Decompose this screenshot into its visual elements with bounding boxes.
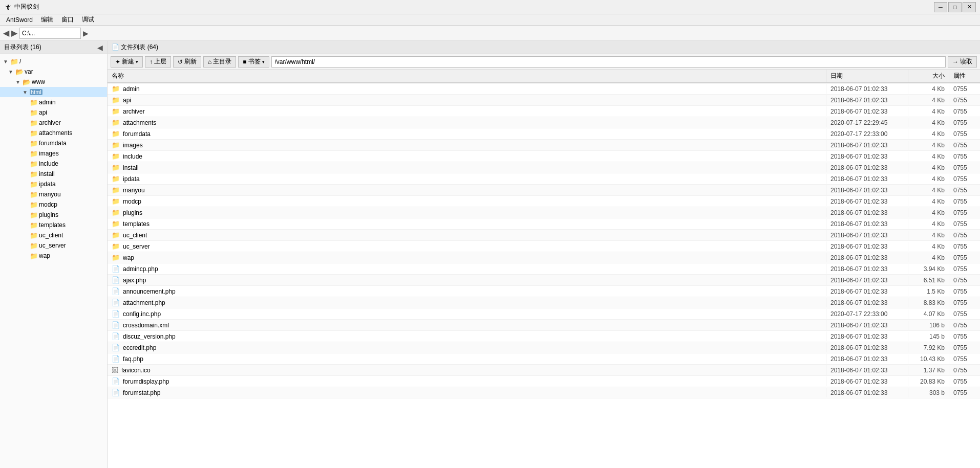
table-row[interactable]: 📁 uc_client 2018-06-07 01:02:33 4 Kb 075… [108, 230, 980, 241]
tree-item-forumdata[interactable]: 📁 forumdata [0, 138, 107, 148]
file-name-text: config.inc.php [123, 310, 161, 318]
html-folder-icon: html [30, 89, 42, 95]
menu-debug[interactable]: 调试 [78, 14, 98, 25]
tree-item-include[interactable]: 📁 include [0, 159, 107, 169]
table-row[interactable]: 📁 modcp 2018-06-07 01:02:33 4 Kb 0755 [108, 196, 980, 207]
tree-item-install[interactable]: 📁 install [0, 169, 107, 179]
tree-item-root[interactable]: ▼ 📁 / [0, 56, 107, 66]
table-row[interactable]: 📁 templates 2018-06-07 01:02:33 4 Kb 075… [108, 218, 980, 230]
tree-label-wap: wap [39, 252, 50, 259]
root-icon: 📁 [10, 58, 18, 65]
main-path-input[interactable] [19, 28, 81, 39]
table-row[interactable]: 📁 ipdata 2018-06-07 01:02:33 4 Kb 0755 [108, 173, 980, 185]
refresh-button[interactable]: ↺ 刷新 [173, 56, 201, 68]
dir-icon: 📁 [112, 107, 120, 115]
file-date-cell: 2018-06-07 01:02:33 [826, 96, 908, 105]
file-date-cell: 2018-06-07 01:02:33 [826, 152, 908, 161]
table-row[interactable]: 📄 forumstat.php 2018-06-07 01:02:33 303 … [108, 387, 980, 398]
tree-item-archiver[interactable]: 📁 archiver [0, 118, 107, 128]
app-title: 中国蚁剑 [14, 3, 39, 11]
col-header-date[interactable]: 日期 [826, 70, 908, 82]
path-input[interactable] [271, 56, 946, 68]
tree-label-api: api [39, 109, 47, 116]
file-perm-cell: 0755 [949, 141, 980, 150]
tree-toggle-var[interactable]: ▼ [7, 68, 14, 75]
table-row[interactable]: 📁 images 2018-06-07 01:02:33 4 Kb 0755 [108, 140, 980, 151]
tree-item-ipdata[interactable]: 📁 ipdata [0, 179, 107, 189]
table-row[interactable]: 📄 config.inc.php 2020-07-17 22:33:00 4.0… [108, 308, 980, 320]
table-row[interactable]: 📁 manyou 2018-06-07 01:02:33 4 Kb 0755 [108, 185, 980, 196]
table-row[interactable]: 📄 discuz_version.php 2018-06-07 01:02:33… [108, 331, 980, 342]
table-row[interactable]: 📄 announcement.php 2018-06-07 01:02:33 1… [108, 286, 980, 297]
templates-folder-icon: 📁 [30, 221, 38, 229]
table-row[interactable]: 📄 faq.php 2018-06-07 01:02:33 10.43 Kb 0… [108, 353, 980, 365]
tree-item-api[interactable]: 📁 api [0, 107, 107, 118]
file-name-text: images [123, 142, 143, 149]
table-row[interactable]: 📁 wap 2018-06-07 01:02:33 4 Kb 0755 [108, 252, 980, 263]
tree-item-www[interactable]: ▼ 📂 www [0, 77, 107, 87]
dir-icon: 📁 [112, 141, 120, 149]
table-row[interactable]: 📁 admin 2018-06-07 01:02:33 4 Kb 0755 [108, 83, 980, 95]
table-row[interactable]: 📁 include 2018-06-07 01:02:33 4 Kb 0755 [108, 151, 980, 162]
up-button[interactable]: ↑ 上层 [145, 56, 171, 68]
tree-item-uc-client[interactable]: 📁 uc_client [0, 230, 107, 240]
maximize-button[interactable]: □ [948, 2, 962, 12]
tree-item-modcp[interactable]: 📁 modcp [0, 199, 107, 210]
bookmark-button[interactable]: ■ 书签 ▾ [238, 56, 269, 68]
tree-toggle-www[interactable]: ▼ [14, 78, 22, 85]
tree-label-templates: templates [39, 221, 66, 229]
php-icon: 📄 [112, 299, 120, 306]
table-row[interactable]: 📁 install 2018-06-07 01:02:33 4 Kb 0755 [108, 162, 980, 173]
table-row[interactable]: 📄 crossdomain.xml 2018-06-07 01:02:33 10… [108, 320, 980, 331]
file-size-cell: 4 Kb [908, 197, 949, 206]
new-button[interactable]: ✦ 新建 ▾ [111, 56, 143, 68]
tree-item-wap[interactable]: 📁 wap [0, 251, 107, 261]
tree-item-images[interactable]: 📁 images [0, 148, 107, 159]
table-row[interactable]: 📄 forumdisplay.php 2018-06-07 01:02:33 2… [108, 376, 980, 387]
read-button[interactable]: → 读取 [948, 56, 977, 68]
tree-item-var[interactable]: ▼ 📂 var [0, 66, 107, 77]
tree-item-plugins[interactable]: 📁 plugins [0, 210, 107, 220]
table-row[interactable]: 📁 archiver 2018-06-07 01:02:33 4 Kb 0755 [108, 106, 980, 117]
attachments-folder-icon: 📁 [30, 129, 38, 137]
app-icon: 🗡 [4, 3, 11, 11]
file-date-cell: 2018-06-07 01:02:33 [826, 298, 908, 307]
tree-item-html[interactable]: ▼ html [0, 87, 107, 97]
col-header-size[interactable]: 大小 [908, 70, 949, 82]
table-row[interactable]: 📄 ajax.php 2018-06-07 01:02:33 6.51 Kb 0… [108, 275, 980, 286]
home-button[interactable]: ⌂ 主目录 [203, 56, 236, 68]
dir-icon: 📁 [112, 85, 120, 93]
tree-item-templates[interactable]: 📁 templates [0, 220, 107, 230]
close-button[interactable]: ✕ [963, 2, 976, 12]
tree-item-manyou[interactable]: 📁 manyou [0, 189, 107, 199]
tree-item-uc-server[interactable]: 📁 uc_server [0, 240, 107, 251]
tree-item-attachments[interactable]: 📁 attachments [0, 128, 107, 138]
table-row[interactable]: 📁 plugins 2018-06-07 01:02:33 4 Kb 0755 [108, 207, 980, 218]
tree-item-admin[interactable]: 📁 admin [0, 97, 107, 107]
file-date-cell: 2018-06-07 01:02:33 [826, 264, 908, 274]
table-row[interactable]: 📄 admincp.php 2018-06-07 01:02:33 3.94 K… [108, 263, 980, 275]
table-row[interactable]: 🖼 favicon.ico 2018-06-07 01:02:33 1.37 K… [108, 365, 980, 376]
table-row[interactable]: 📄 attachment.php 2018-06-07 01:02:33 8.8… [108, 297, 980, 308]
table-row[interactable]: 📁 api 2018-06-07 01:02:33 4 Kb 0755 [108, 95, 980, 106]
file-date-cell: 2018-06-07 01:02:33 [826, 219, 908, 229]
menu-window[interactable]: 窗口 [57, 14, 78, 25]
left-panel-collapse[interactable]: ◀ [97, 43, 103, 52]
table-row[interactable]: 📁 uc_server 2018-06-07 01:02:33 4 Kb 075… [108, 241, 980, 252]
menu-antsword[interactable]: AntSword [2, 15, 37, 25]
table-row[interactable]: 📁 attachments 2020-07-17 22:29:45 4 Kb 0… [108, 117, 980, 128]
col-header-perm[interactable]: 属性 [949, 70, 980, 82]
minimize-button[interactable]: ─ [934, 2, 947, 12]
col-header-name[interactable]: 名称 [108, 70, 826, 82]
toolbar-go-icon[interactable]: ▶ [83, 29, 89, 37]
php-icon: 📄 [112, 265, 120, 273]
file-size-cell: 4 Kb [908, 208, 949, 217]
tree-toggle-root[interactable]: ▼ [2, 58, 9, 65]
table-row[interactable]: 📁 forumdata 2020-07-17 22:33:00 4 Kb 075… [108, 128, 980, 140]
menu-edit[interactable]: 编辑 [37, 14, 57, 25]
file-size-cell: 4 Kb [908, 96, 949, 105]
table-row[interactable]: 📄 eccredit.php 2018-06-07 01:02:33 7.92 … [108, 342, 980, 353]
file-name-text: attachments [123, 119, 156, 126]
tree-toggle-html[interactable]: ▼ [22, 88, 29, 96]
dir-icon: 📁 [112, 96, 120, 104]
